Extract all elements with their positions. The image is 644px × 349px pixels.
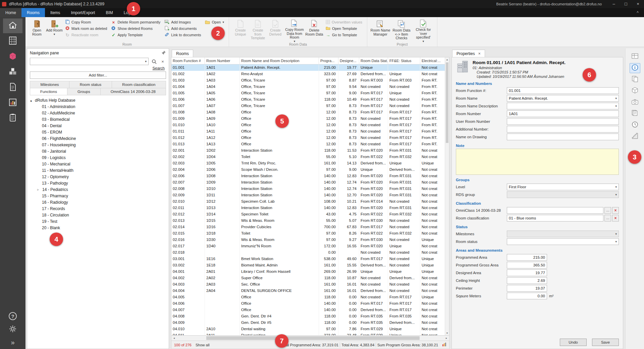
- table-row[interactable]: 02.0141D16Provider Cubicles700.0067.83Fr…: [171, 224, 449, 230]
- copy-room-button[interactable]: Copy Room: [65, 19, 107, 25]
- tree-item-14-pediatrics[interactable]: ▹14 - Pediatrics: [27, 186, 169, 193]
- history-tab-button[interactable]: [630, 120, 640, 130]
- filter-tab-room-classification[interactable]: Room classification: [112, 81, 166, 88]
- table-row[interactable]: 02.0021D04Toilet55.005.10From RT.022From…: [171, 154, 449, 160]
- rail-items-button[interactable]: [3, 49, 22, 64]
- tree-item-11-mentalhealth[interactable]: 11 - MentalHealth: [27, 167, 169, 173]
- clear-search-icon[interactable]: ×: [159, 59, 166, 64]
- horizontal-scrollbar[interactable]: ◂ ▸: [171, 336, 449, 341]
- add-room-button[interactable]: Add Room ▾: [46, 18, 63, 41]
- table-row[interactable]: 04.0032A03Sec. Office161.0016.01Not crea…: [171, 281, 449, 288]
- omniclass-clear-button[interactable]: ×: [612, 207, 619, 214]
- table-row[interactable]: 01.0131A13Office12.008.73Not createdFrom…: [171, 141, 449, 147]
- table-row[interactable]: 01.0081A08Office12.008.73From RT.017From…: [171, 109, 449, 115]
- room-classification-browse-button[interactable]: …: [604, 215, 611, 221]
- table-row[interactable]: 02.0180.00Not createdNot createdNot crea…: [171, 249, 449, 256]
- filter-tab-omniclass-14-2006-03-28[interactable]: OmniClass 14 2006-03-28: [101, 88, 166, 95]
- column-header-room-function[interactable]: Room Function #: [171, 57, 205, 64]
- omniclass-input[interactable]: [507, 207, 603, 214]
- scrollbar-thumb[interactable]: [446, 62, 448, 143]
- table-row[interactable]: 02.0161D30Wts & Meas. Room97.009.27From …: [171, 237, 449, 243]
- column-header-ff-e-status[interactable]: FF&E: Status: [388, 57, 420, 64]
- table-row[interactable]: 02.0041D06Scope Wash / Decon.97.009.00Un…: [171, 166, 449, 173]
- filter-tab-milestones[interactable]: Milestones: [30, 81, 69, 88]
- filter-tab-functions[interactable]: Functions: [30, 88, 67, 95]
- menu-tab-home[interactable]: Home: [0, 8, 21, 17]
- go-to-template-button[interactable]: → Go to Template: [326, 32, 362, 38]
- level-select[interactable]: First Floor▾: [507, 184, 619, 190]
- tree-item-13-pathology[interactable]: 13 - Pathology: [27, 180, 169, 186]
- search-link[interactable]: Search: [27, 66, 165, 70]
- table-row[interactable]: 01.0091A09Office12.008.73Not createdFrom…: [171, 115, 449, 122]
- search-input[interactable]: ▾: [30, 58, 149, 65]
- undo-button[interactable]: Undo: [560, 339, 587, 346]
- tree-item-08-janitorial[interactable]: 08 - Janitorial: [27, 148, 169, 154]
- dropdown-caret-icon[interactable]: ▾: [615, 104, 617, 108]
- table-row[interactable]: 02.0151D18Toilet97.008.26From RT.022From…: [171, 230, 449, 237]
- open-room-button[interactable]: Open Room: [28, 18, 46, 41]
- ceiling-height-input[interactable]: 2.69: [507, 277, 547, 284]
- room-function-input[interactable]: 01.001: [507, 87, 619, 94]
- menu-tab-import-export[interactable]: Import/Export: [65, 8, 100, 17]
- maximize-button[interactable]: □: [620, 0, 632, 8]
- table-row[interactable]: 04.007Office140.000.00Derived from...Fro…: [171, 307, 449, 313]
- additional-number-input[interactable]: [507, 126, 619, 133]
- rail-reports-button[interactable]: [3, 96, 22, 110]
- tab-rooms[interactable]: Rooms: [172, 50, 193, 57]
- table-row[interactable]: 02.0091D11Interaction Station140.0012.70…: [171, 192, 449, 198]
- tree-item-01-administration[interactable]: 01 - Administration: [27, 103, 169, 110]
- expand-rail-button[interactable]: »: [11, 339, 14, 346]
- table-row[interactable]: 01.0121A12Office12.008.73Not createdFrom…: [171, 135, 449, 141]
- rail-logs-button[interactable]: [3, 111, 22, 126]
- table-row[interactable]: 03.0011E16Bmet Work Station538.0049.60Fr…: [171, 256, 449, 262]
- dropdown-caret-icon[interactable]: ▾: [615, 185, 617, 189]
- table-row[interactable]: 04.0022A02Super Office118.0010.87Not cre…: [171, 275, 449, 281]
- images-tab-button[interactable]: [630, 97, 640, 107]
- table-row[interactable]: 01.0021A02Rmo Analyst323.0027.69Derived …: [171, 71, 449, 77]
- square-meters-input[interactable]: 0.00: [507, 293, 547, 299]
- table-row[interactable]: 02.0011D02Interaction Station118.0011.53…: [171, 147, 449, 154]
- table-row[interactable]: 01.0061A06Office, Tricare118.0010.49From…: [171, 96, 449, 103]
- tree-item-20-blank[interactable]: 20 - Blank: [27, 225, 169, 231]
- pin-icon[interactable]: [161, 50, 166, 56]
- rail-rooms-button[interactable]: [3, 34, 22, 49]
- table-row[interactable]: 02.0031D05Trmt Rm. Dirty Proc.161.0014.1…: [171, 160, 449, 166]
- tree-item-09-logistics[interactable]: 09 - Logistics: [27, 154, 169, 161]
- tree-item-17-records[interactable]: 17 - Records: [27, 205, 169, 212]
- close-tab-icon[interactable]: ×: [478, 51, 481, 56]
- scroll-right-icon[interactable]: ▸: [444, 337, 449, 340]
- room-classification-clear-button[interactable]: ×: [612, 215, 619, 221]
- table-row[interactable]: 02.0171D40Immuniz"N Room172.0016.55From …: [171, 243, 449, 249]
- table-row[interactable]: 02.0101D12Specimen Coll. Lab108.0010.21F…: [171, 198, 449, 205]
- tree-item-12-optometry[interactable]: 12 - Optometry: [27, 173, 169, 180]
- note-field[interactable]: [456, 149, 619, 175]
- vertical-scrollbar[interactable]: ▴ ▾: [445, 57, 449, 335]
- delete-room-data-button[interactable]: Delete Room Data: [305, 18, 324, 41]
- room-data-item-checks-button[interactable]: Room Data <-> Item Checks: [391, 18, 412, 41]
- room-classification-input[interactable]: 01 - Blue rooms: [507, 215, 603, 221]
- help-button[interactable]: ?: [9, 312, 17, 320]
- scrollbar-thumb[interactable]: [206, 336, 420, 340]
- column-header-progra[interactable]: Progra...: [319, 57, 338, 64]
- column-header-room-name-and-room-description[interactable]: Room Name and Room Description: [240, 57, 319, 64]
- files-tab-button[interactable]: [630, 109, 640, 119]
- layout-button[interactable]: [630, 52, 640, 62]
- table-row[interactable]: 01.0041A04Office, Tricare97.009.54Not cr…: [171, 84, 449, 90]
- collapse-ribbon-icon[interactable]: ^: [631, 8, 644, 17]
- dropdown-caret-icon[interactable]: ▾: [615, 240, 617, 243]
- table-row[interactable]: 02.0081D10Interaction Station140.0012.74…: [171, 186, 449, 192]
- save-button[interactable]: Save: [592, 339, 619, 346]
- tab-properties[interactable]: Properties ×: [452, 50, 485, 57]
- room-name-select[interactable]: Patient Admin. Recept.▾: [507, 95, 619, 102]
- table-row[interactable]: 04.005Office118.000.00Not createdFrom RT…: [171, 294, 449, 300]
- programmed-gross-area-input[interactable]: 365.50: [507, 262, 547, 268]
- bim-tab-button[interactable]: [630, 86, 640, 96]
- filter-tab-groups[interactable]: Groups: [67, 88, 101, 95]
- room-name-manager-button[interactable]: Room Name Manager: [370, 18, 391, 41]
- designed-area-input[interactable]: 19.77: [507, 269, 547, 276]
- minimize-button[interactable]: –: [608, 0, 620, 8]
- info-tab-button[interactable]: [630, 63, 640, 73]
- tree-root[interactable]: ▾dRofus Help Database: [27, 97, 169, 103]
- table-row[interactable]: 01.0031A03Office, Tricare97.008.87From R…: [171, 77, 449, 84]
- user-room-number-input[interactable]: [507, 118, 619, 125]
